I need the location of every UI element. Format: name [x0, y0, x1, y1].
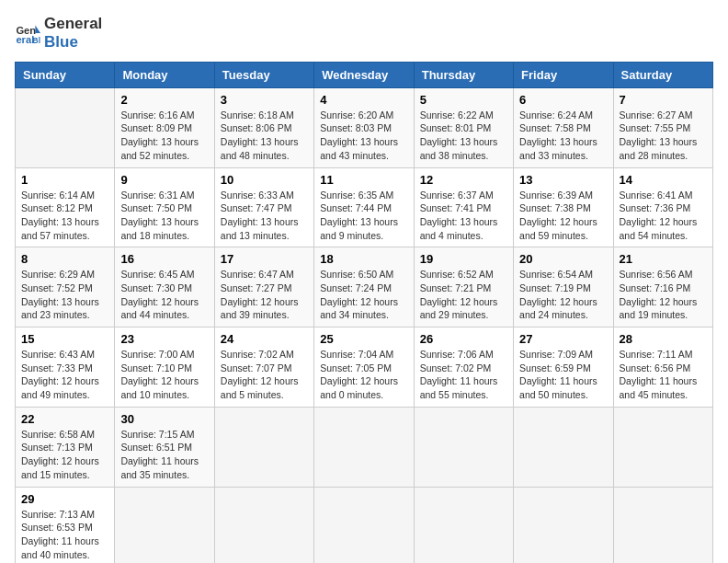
day-info: Sunrise: 6:52 AMSunset: 7:21 PMDaylight:…: [420, 268, 507, 322]
svg-text:Blue: Blue: [33, 37, 40, 46]
day-info: Sunrise: 6:58 AMSunset: 7:13 PMDaylight:…: [21, 428, 108, 482]
day-number: 8: [21, 252, 108, 266]
day-info: Sunrise: 6:29 AMSunset: 7:52 PMDaylight:…: [21, 268, 108, 322]
day-info: Sunrise: 6:18 AMSunset: 8:06 PMDaylight:…: [221, 109, 308, 163]
day-info: Sunrise: 7:11 AMSunset: 6:56 PMDaylight:…: [620, 348, 707, 402]
calendar-cell: [214, 407, 313, 487]
calendar-cell: [414, 407, 513, 487]
weekday-header: Wednesday: [314, 62, 414, 87]
day-number: 27: [519, 332, 607, 346]
calendar-cell: 30Sunrise: 7:15 AMSunset: 6:51 PMDayligh…: [115, 407, 214, 487]
day-number: 7: [620, 93, 707, 107]
day-number: 3: [221, 93, 308, 107]
day-number: 21: [620, 252, 707, 266]
calendar-cell: 29Sunrise: 7:13 AMSunset: 6:53 PMDayligh…: [16, 487, 115, 563]
weekday-header: Monday: [115, 62, 214, 87]
day-number: 28: [620, 332, 707, 346]
calendar-cell: 19Sunrise: 6:52 AMSunset: 7:21 PMDayligh…: [414, 247, 513, 327]
day-number: 25: [320, 332, 407, 346]
day-number: 2: [120, 93, 208, 107]
calendar-cell: 25Sunrise: 7:04 AMSunset: 7:05 PMDayligh…: [314, 327, 414, 408]
calendar-cell: 18Sunrise: 6:50 AMSunset: 7:24 PMDayligh…: [314, 247, 414, 327]
day-info: Sunrise: 6:56 AMSunset: 7:16 PMDaylight:…: [620, 268, 707, 322]
logo: Gen eral Blue General Blue: [15, 15, 102, 52]
weekday-header: Saturday: [613, 62, 712, 87]
calendar-cell: 13Sunrise: 6:39 AMSunset: 7:38 PMDayligh…: [514, 167, 613, 247]
day-info: Sunrise: 6:22 AMSunset: 8:01 PMDaylight:…: [420, 109, 507, 163]
calendar-cell: 5Sunrise: 6:22 AMSunset: 8:01 PMDaylight…: [414, 87, 513, 167]
calendar-cell: 20Sunrise: 6:54 AMSunset: 7:19 PMDayligh…: [514, 247, 613, 327]
day-number: 18: [320, 252, 407, 266]
day-number: 30: [120, 412, 208, 426]
day-number: 26: [420, 332, 507, 346]
calendar-cell: [314, 407, 414, 487]
calendar-cell: 4Sunrise: 6:20 AMSunset: 8:03 PMDaylight…: [314, 87, 414, 167]
calendar-cell: 10Sunrise: 6:33 AMSunset: 7:47 PMDayligh…: [214, 167, 313, 247]
calendar-table: SundayMondayTuesdayWednesdayThursdayFrid…: [15, 62, 713, 563]
day-info: Sunrise: 7:13 AMSunset: 6:53 PMDaylight:…: [21, 508, 108, 562]
calendar-cell: 16Sunrise: 6:45 AMSunset: 7:30 PMDayligh…: [115, 247, 214, 327]
calendar-cell: 7Sunrise: 6:27 AMSunset: 7:55 PMDaylight…: [613, 87, 712, 167]
weekday-header: Friday: [514, 62, 613, 87]
calendar-cell: 24Sunrise: 7:02 AMSunset: 7:07 PMDayligh…: [214, 327, 313, 408]
svg-marker-2: [35, 26, 40, 33]
weekday-header: Sunday: [16, 62, 115, 87]
calendar-cell: 23Sunrise: 7:00 AMSunset: 7:10 PMDayligh…: [115, 327, 214, 408]
day-number: 11: [320, 173, 407, 187]
day-info: Sunrise: 6:43 AMSunset: 7:33 PMDaylight:…: [21, 348, 108, 402]
day-number: 6: [519, 93, 607, 107]
day-info: Sunrise: 6:35 AMSunset: 7:44 PMDaylight:…: [320, 189, 407, 243]
day-info: Sunrise: 7:00 AMSunset: 7:10 PMDaylight:…: [120, 348, 208, 402]
calendar-cell: [414, 487, 513, 563]
calendar-cell: 9Sunrise: 6:31 AMSunset: 7:50 PMDaylight…: [115, 167, 214, 247]
day-number: 19: [420, 252, 507, 266]
calendar-cell: [214, 487, 313, 563]
day-number: 17: [221, 252, 308, 266]
calendar-cell: 15Sunrise: 6:43 AMSunset: 7:33 PMDayligh…: [16, 327, 115, 408]
calendar-cell: 14Sunrise: 6:41 AMSunset: 7:36 PMDayligh…: [613, 167, 712, 247]
day-info: Sunrise: 6:39 AMSunset: 7:38 PMDaylight:…: [519, 189, 607, 243]
day-info: Sunrise: 7:06 AMSunset: 7:02 PMDaylight:…: [420, 348, 507, 402]
calendar-cell: 26Sunrise: 7:06 AMSunset: 7:02 PMDayligh…: [414, 327, 513, 408]
weekday-header: Thursday: [414, 62, 513, 87]
day-number: 9: [120, 173, 208, 187]
day-number: 12: [420, 173, 507, 187]
day-info: Sunrise: 6:14 AMSunset: 8:12 PMDaylight:…: [21, 189, 108, 243]
day-info: Sunrise: 6:31 AMSunset: 7:50 PMDaylight:…: [120, 189, 208, 243]
calendar-cell: 27Sunrise: 7:09 AMSunset: 6:59 PMDayligh…: [514, 327, 613, 408]
day-number: 24: [221, 332, 308, 346]
calendar-cell: [16, 87, 115, 167]
day-info: Sunrise: 7:04 AMSunset: 7:05 PMDaylight:…: [320, 348, 407, 402]
day-number: 5: [420, 93, 507, 107]
day-info: Sunrise: 6:45 AMSunset: 7:30 PMDaylight:…: [120, 268, 208, 322]
day-info: Sunrise: 6:27 AMSunset: 7:55 PMDaylight:…: [620, 109, 707, 163]
calendar-cell: [115, 487, 214, 563]
calendar-cell: 12Sunrise: 6:37 AMSunset: 7:41 PMDayligh…: [414, 167, 513, 247]
day-number: 22: [21, 412, 108, 426]
calendar-cell: 17Sunrise: 6:47 AMSunset: 7:27 PMDayligh…: [214, 247, 313, 327]
day-info: Sunrise: 6:20 AMSunset: 8:03 PMDaylight:…: [320, 109, 407, 163]
calendar-cell: 21Sunrise: 6:56 AMSunset: 7:16 PMDayligh…: [613, 247, 712, 327]
day-number: 13: [519, 173, 607, 187]
day-info: Sunrise: 6:41 AMSunset: 7:36 PMDaylight:…: [620, 189, 707, 243]
calendar-cell: [613, 487, 712, 563]
day-info: Sunrise: 6:37 AMSunset: 7:41 PMDaylight:…: [420, 189, 507, 243]
calendar-cell: [514, 487, 613, 563]
day-info: Sunrise: 6:16 AMSunset: 8:09 PMDaylight:…: [120, 109, 208, 163]
calendar-cell: 22Sunrise: 6:58 AMSunset: 7:13 PMDayligh…: [16, 407, 115, 487]
calendar-cell: 1Sunrise: 6:14 AMSunset: 8:12 PMDaylight…: [16, 167, 115, 247]
day-number: 29: [21, 492, 108, 506]
day-info: Sunrise: 6:24 AMSunset: 7:58 PMDaylight:…: [519, 109, 607, 163]
logo-icon: Gen eral Blue: [15, 20, 40, 46]
day-number: 4: [320, 93, 407, 107]
calendar-cell: 28Sunrise: 7:11 AMSunset: 6:56 PMDayligh…: [613, 327, 712, 408]
calendar-cell: 11Sunrise: 6:35 AMSunset: 7:44 PMDayligh…: [314, 167, 414, 247]
day-number: 20: [519, 252, 607, 266]
day-info: Sunrise: 7:02 AMSunset: 7:07 PMDaylight:…: [221, 348, 308, 402]
calendar-cell: 6Sunrise: 6:24 AMSunset: 7:58 PMDaylight…: [514, 87, 613, 167]
calendar-cell: [613, 407, 712, 487]
header: Gen eral Blue General Blue: [15, 15, 713, 52]
weekday-header: Tuesday: [214, 62, 313, 87]
day-number: 10: [221, 173, 308, 187]
day-info: Sunrise: 6:47 AMSunset: 7:27 PMDaylight:…: [221, 268, 308, 322]
